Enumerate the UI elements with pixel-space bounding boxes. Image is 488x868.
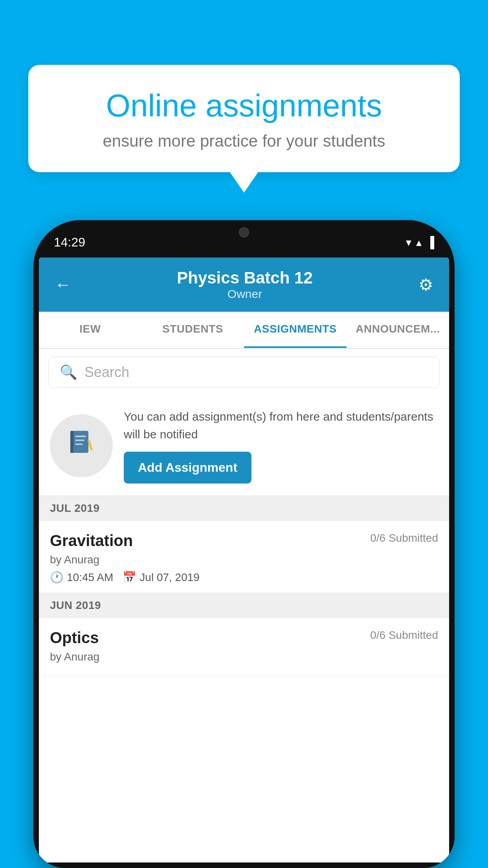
signal-icon: ▴ xyxy=(416,236,422,249)
section-jul-2019: JUL 2019 xyxy=(39,496,449,521)
assignment-submitted-optics: 0/6 Submitted xyxy=(370,629,438,642)
promo-section: You can add assignment(s) from here and … xyxy=(39,396,449,496)
assignment-author-gravitation: by Anurag xyxy=(50,554,438,566)
svg-rect-3 xyxy=(75,440,84,441)
notch xyxy=(209,220,279,245)
assignment-name-optics: Optics xyxy=(50,629,99,647)
tab-assignments[interactable]: ASSIGNMENTS xyxy=(244,312,347,348)
app-header: ← Physics Batch 12 Owner ⚙ xyxy=(39,257,449,312)
svg-rect-2 xyxy=(75,436,86,437)
search-bar-container: 🔍 Search xyxy=(39,349,449,396)
assignment-submitted-gravitation: 0/6 Submitted xyxy=(370,532,438,544)
section-jun-2019: JUN 2019 xyxy=(39,593,449,618)
calendar-icon: 📅 xyxy=(123,571,136,584)
settings-icon[interactable]: ⚙ xyxy=(418,275,433,294)
tab-announcements[interactable]: ANNOUNCEM... xyxy=(347,312,449,348)
status-bar: 14:29 ▾ ▴ ▐ xyxy=(33,220,455,257)
batch-title: Physics Batch 12 xyxy=(177,268,313,287)
promo-text: You can add assignment(s) from here and … xyxy=(124,408,438,443)
assignment-meta-gravitation: 🕐 10:45 AM 📅 Jul 07, 2019 xyxy=(50,571,438,584)
search-bar[interactable]: 🔍 Search xyxy=(48,357,440,388)
phone-screen: ← Physics Batch 12 Owner ⚙ IEW STUDENTS … xyxy=(39,257,449,862)
status-icons: ▾ ▴ ▐ xyxy=(406,236,434,249)
assignment-time: 10:45 AM xyxy=(67,571,113,584)
search-icon: 🔍 xyxy=(60,364,77,381)
section-header-jun: JUN 2019 xyxy=(50,599,101,611)
svg-rect-1 xyxy=(70,431,73,453)
back-button[interactable]: ← xyxy=(55,275,71,294)
status-time: 14:29 xyxy=(54,235,85,250)
info-card-subtitle: ensure more practice for your students xyxy=(56,132,432,151)
phone-frame: 14:29 ▾ ▴ ▐ ← Physics Batch 12 Owner ⚙ I… xyxy=(33,220,455,868)
notebook-icon xyxy=(67,428,95,463)
battery-icon: ▐ xyxy=(426,236,434,249)
assignment-author-optics: by Anurag xyxy=(50,651,438,663)
clock-icon: 🕐 xyxy=(50,571,64,584)
assignment-gravitation[interactable]: Gravitation 0/6 Submitted by Anurag 🕐 10… xyxy=(39,521,449,593)
optics-top-row: Optics 0/6 Submitted xyxy=(50,629,438,647)
tabs-bar: IEW STUDENTS ASSIGNMENTS ANNOUNCEM... xyxy=(39,312,449,349)
info-card: Online assignments ensure more practice … xyxy=(28,65,460,172)
section-header-jul: JUL 2019 xyxy=(50,502,99,514)
assignment-date: Jul 07, 2019 xyxy=(139,571,200,584)
add-assignment-button[interactable]: Add Assignment xyxy=(124,452,251,484)
assignment-time-item: 🕐 10:45 AM xyxy=(50,571,113,584)
owner-label: Owner xyxy=(177,287,313,301)
search-placeholder: Search xyxy=(84,364,129,381)
promo-icon-circle xyxy=(50,414,113,477)
assignment-top-row: Gravitation 0/6 Submitted xyxy=(50,532,438,550)
assignment-date-item: 📅 Jul 07, 2019 xyxy=(123,571,200,584)
assignment-optics[interactable]: Optics 0/6 Submitted by Anurag xyxy=(39,618,449,677)
info-card-title: Online assignments xyxy=(56,88,432,123)
header-center: Physics Batch 12 Owner xyxy=(177,268,313,301)
wifi-icon: ▾ xyxy=(406,236,411,249)
assignment-name-gravitation: Gravitation xyxy=(50,532,133,550)
camera-notch xyxy=(239,227,249,237)
tab-students[interactable]: STUDENTS xyxy=(141,312,244,348)
promo-content: You can add assignment(s) from here and … xyxy=(124,408,438,484)
tab-iew[interactable]: IEW xyxy=(39,312,141,348)
svg-rect-4 xyxy=(75,443,83,445)
